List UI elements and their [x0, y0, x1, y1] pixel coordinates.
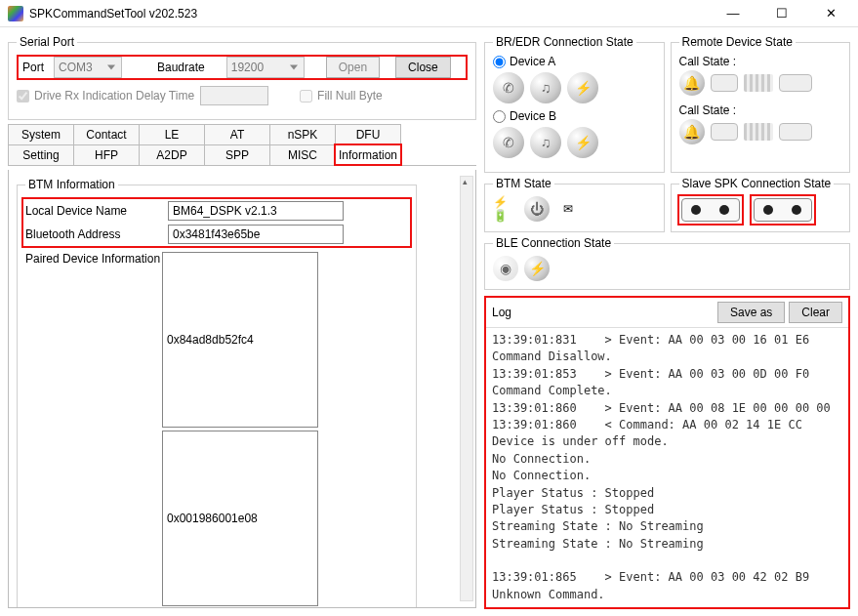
charge-icon: ⚡🔋 — [493, 197, 518, 221]
window-title: SPKCommandSetTool v202.523 — [29, 7, 714, 21]
tab-hfp[interactable]: HFP — [73, 144, 140, 165]
btm-info-group: BTM Information Local Device Name Blueto… — [17, 178, 417, 608]
paired-label: Paired Device Information — [25, 252, 162, 266]
ble-legend: BLE Connection State — [493, 236, 614, 250]
plug-b-icon: ⚡ — [567, 127, 598, 158]
signal-b-icon — [744, 123, 773, 141]
bt-addr-input[interactable] — [168, 225, 344, 244]
close-window-button[interactable]: ✕ — [811, 2, 850, 25]
phone-icon: ✆ — [493, 72, 524, 103]
btm-state-group: BTM State ⚡🔋 ⏻ ✉ — [484, 177, 665, 232]
log-panel: Log Save as Clear 13:39:01:831 > Event: … — [484, 296, 850, 609]
paired-1[interactable] — [162, 431, 318, 606]
clear-button[interactable]: Clear — [789, 302, 842, 323]
log-textarea[interactable]: 13:39:01:831 > Event: AA 00 03 00 16 01 … — [486, 327, 848, 607]
tab-setting[interactable]: Setting — [8, 144, 74, 165]
baud-label: Baudrate — [157, 61, 205, 74]
serial-port-highlight: Port COM3 Baudrate 19200 Open Close — [17, 55, 468, 80]
serial-port-group: Serial Port Port COM3 Baudrate 19200 Ope… — [8, 35, 476, 120]
spk-slot-2 — [752, 196, 814, 224]
call-state-b-label: Call State : — [679, 103, 842, 117]
serial-port-legend: Serial Port — [17, 35, 77, 49]
handset-a-icon — [711, 74, 738, 92]
save-as-button[interactable]: Save as — [717, 302, 785, 323]
tab-spp[interactable]: SPP — [204, 144, 270, 165]
tab-bar: System Contact LE AT nSPK DFU Setting HF… — [8, 124, 476, 166]
drive-rx-checkbox[interactable]: Drive Rx Indication Delay Time — [17, 89, 194, 103]
local-name-label: Local Device Name — [25, 204, 162, 218]
open-button[interactable]: Open — [326, 57, 380, 78]
drive-rx-delay-input[interactable] — [200, 86, 268, 105]
fill-null-checkbox[interactable]: Fill Null Byte — [300, 89, 383, 103]
baud-combo[interactable]: 19200 — [226, 57, 305, 78]
plug-a-icon: ⚡ — [567, 72, 598, 103]
bredr-legend: BR/EDR Connection State — [493, 35, 636, 49]
app-icon — [8, 6, 23, 21]
handset-b-icon — [711, 123, 738, 141]
tab-le[interactable]: LE — [139, 124, 205, 144]
slave-spk-legend: Slave SPK Connection State — [679, 177, 835, 190]
bell-a-icon: 🔔 — [679, 70, 705, 96]
tab-dfu[interactable]: DFU — [335, 124, 401, 144]
btm-state-legend: BTM State — [493, 177, 554, 190]
ble-group: BLE Connection State ◉ ⚡ — [484, 236, 850, 290]
power-icon: ⏻ — [524, 196, 550, 222]
fill-null-checkbox-input[interactable] — [300, 90, 312, 103]
paired-0[interactable] — [162, 252, 318, 428]
device-a-radio[interactable]: Device A — [493, 55, 656, 68]
mail-icon: ✉ — [555, 197, 581, 221]
tab-a2dp[interactable]: A2DP — [139, 144, 205, 165]
music-b-icon: ♫ — [530, 127, 561, 158]
btm-info-highlight: Local Device Name Bluetooth Address — [23, 199, 410, 246]
tab-system[interactable]: System — [8, 124, 74, 144]
port-combo[interactable]: COM3 — [54, 57, 122, 78]
titlebar: SPKCommandSetTool v202.523 — ☐ ✕ — [0, 0, 858, 27]
signal-a-icon — [744, 74, 773, 92]
tab-contact[interactable]: Contact — [73, 124, 140, 144]
tab-at[interactable]: AT — [204, 124, 270, 144]
close-button[interactable]: Close — [395, 57, 451, 78]
phone-b-icon: ✆ — [493, 127, 524, 158]
tab-misc[interactable]: MISC — [269, 144, 336, 165]
bt-addr-label: Bluetooth Address — [25, 227, 162, 241]
spk-slot-1 — [679, 196, 742, 224]
call-state-a-label: Call State : — [679, 55, 842, 68]
device-b-radio[interactable]: Device B — [493, 109, 656, 123]
maximize-button[interactable]: ☐ — [762, 2, 801, 25]
bredr-group: BR/EDR Connection State Device A ✆ ♫ ⚡ D… — [484, 35, 665, 173]
local-name-input[interactable] — [168, 201, 344, 221]
minimize-button[interactable]: — — [714, 2, 753, 25]
btm-info-legend: BTM Information — [25, 178, 118, 191]
drive-rx-checkbox-input[interactable] — [17, 90, 29, 103]
tab-information[interactable]: Information — [335, 144, 401, 165]
tab-content-information: BTM Information Local Device Name Blueto… — [8, 170, 476, 608]
slave-spk-group: Slave SPK Connection State — [671, 177, 851, 232]
ble-plug-icon: ⚡ — [524, 256, 550, 281]
remote-state-legend: Remote Device State — [679, 35, 796, 49]
remote-state-group: Remote Device State Call State : 🔔 Call … — [671, 35, 851, 173]
ble-rss-icon: ◉ — [493, 256, 518, 281]
tab-scrollbar[interactable] — [460, 176, 473, 601]
battery-b-icon — [779, 123, 812, 141]
port-label: Port — [19, 59, 48, 76]
log-label: Log — [492, 306, 714, 319]
music-icon: ♫ — [530, 72, 561, 103]
tab-nspk[interactable]: nSPK — [269, 124, 336, 144]
battery-a-icon — [779, 74, 812, 92]
bell-b-icon: 🔔 — [679, 119, 705, 144]
